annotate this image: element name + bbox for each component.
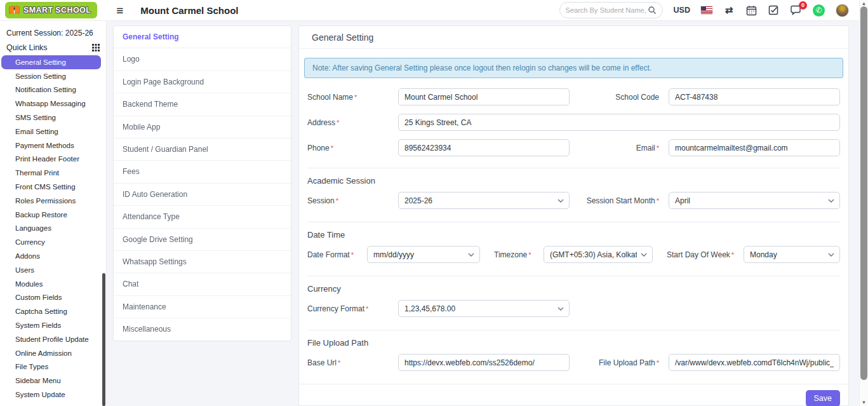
sidebar-item-student-profile-update[interactable]: Student Profile Update — [0, 332, 106, 346]
settings-menu-item-miscellaneous[interactable]: Miscellaneous — [114, 318, 291, 341]
app-logo[interactable]: SMART SCHOOL — [5, 2, 97, 18]
book-icon — [8, 5, 20, 15]
sidebar-item-thermal-print[interactable]: Thermal Print — [0, 166, 106, 180]
phone-label: Phone* — [307, 144, 398, 152]
sidebar-item-general-setting[interactable]: General Setting — [1, 55, 101, 69]
settings-menu-item-mobile-app[interactable]: Mobile App — [114, 116, 291, 139]
sidebar-item-online-admission[interactable]: Online Admission — [0, 346, 106, 360]
sidebar-item-front-cms-setting[interactable]: Front CMS Setting — [0, 180, 106, 194]
sidebar-item-system-fields[interactable]: System Fields — [0, 318, 106, 332]
search-input[interactable] — [566, 6, 648, 14]
currency-format-label: Currency Format* — [307, 304, 398, 313]
sidebar-item-languages[interactable]: Languages — [0, 222, 106, 236]
sidebar-item-file-types[interactable]: File Types — [0, 360, 106, 374]
required-marker: * — [338, 359, 340, 367]
session-start-month-label: Session Start Month* — [570, 196, 669, 205]
settings-menu-item-chat[interactable]: Chat — [114, 273, 291, 295]
window-scrollbar-thumb[interactable] — [860, 6, 867, 380]
current-session-label: Current Session: 2025-26 — [0, 26, 106, 40]
sidebar-item-users[interactable]: Users — [0, 263, 106, 277]
school-code-label: School Code — [570, 93, 669, 102]
sidebar-item-currency[interactable]: Currency — [0, 235, 106, 249]
whatsapp-icon[interactable]: ✆ — [813, 4, 825, 17]
phone-input[interactable] — [398, 139, 570, 156]
scroll-up-icon[interactable]: ▲ — [860, 1, 868, 6]
sidebar-item-payment-methods[interactable]: Payment Methods — [0, 139, 106, 152]
settings-menu-item-maintenance[interactable]: Maintenance — [114, 296, 291, 318]
chevron-down-icon — [468, 253, 474, 257]
file-upload-path-input[interactable] — [669, 354, 840, 371]
sidebar-item-whatsapp-messaging[interactable]: Whatsapp Messaging — [0, 97, 106, 111]
sidebar-item-addons[interactable]: Addons — [0, 249, 106, 263]
sidebar-item-print-header-footer[interactable]: Print Header Footer — [0, 152, 106, 166]
sidebar-item-custom-fields[interactable]: Custom Fields — [0, 291, 106, 305]
currency-title: Currency — [307, 284, 840, 294]
required-marker: * — [354, 93, 357, 101]
sidebar-scrollbar-thumb[interactable] — [102, 273, 105, 406]
task-check-icon[interactable] — [768, 4, 779, 16]
sidebar-item-email-setting[interactable]: Email Setting — [0, 125, 106, 139]
settings-menu-item-id-auto-generation[interactable]: ID Auto Generation — [114, 184, 291, 206]
chat-icon[interactable]: 0 — [790, 5, 802, 16]
address-label: Address* — [307, 118, 398, 127]
search-icon[interactable] — [648, 6, 657, 15]
settings-menu-item-student-guardian-panel[interactable]: Student / Guardian Panel — [114, 139, 291, 161]
sidebar-item-backup-restore[interactable]: Backup Restore — [0, 208, 106, 222]
school-name-label: School Name* — [307, 93, 398, 102]
currency-format-select[interactable]: 1,23,45,678.00 — [398, 300, 570, 317]
sidebar-item-roles-permissions[interactable]: Roles Permissions — [0, 194, 106, 208]
chevron-down-icon — [558, 199, 564, 203]
date-format-select[interactable]: mm/dd/yyyy — [367, 246, 480, 263]
window-scrollbar[interactable]: ▲ ▼ — [859, 0, 868, 406]
settings-menu-item-google-drive-setting[interactable]: Google Drive Setting — [114, 229, 291, 251]
sidebar-item-session-setting[interactable]: Session Setting — [0, 69, 106, 83]
scroll-down-icon[interactable]: ▼ — [860, 400, 868, 405]
base-url-input[interactable] — [398, 354, 570, 371]
start-day-of-week-label: Start Day Of Week* — [667, 250, 744, 259]
menu-toggle-icon[interactable]: ≡ — [116, 4, 123, 17]
settings-menu-item-login-page-background[interactable]: Login Page Background — [114, 71, 291, 93]
required-marker: * — [731, 251, 734, 259]
start-day-of-week-select[interactable]: Monday — [744, 246, 840, 263]
general-setting-panel: General Setting Note: After saving Gener… — [298, 25, 849, 406]
header-actions: USD ⇄ 0 ✆ — [559, 2, 868, 18]
language-flag-icon[interactable] — [701, 6, 712, 14]
session-start-month-select[interactable]: April — [669, 192, 840, 209]
school-name-input[interactable] — [398, 88, 570, 105]
settings-menu-item-general-setting[interactable]: General Setting — [114, 26, 291, 48]
sidebar-nav: General Setting Session Setting Notifica… — [0, 55, 106, 402]
sidebar-item-notification-setting[interactable]: Notification Setting — [0, 83, 106, 97]
required-marker: * — [337, 119, 339, 126]
sidebar-item-system-update[interactable]: System Update — [0, 388, 106, 402]
sidebar-item-sms-setting[interactable]: SMS Setting — [0, 111, 106, 125]
base-url-label: Base Url* — [307, 358, 398, 367]
address-input[interactable] — [398, 114, 840, 131]
session-select[interactable]: 2025-26 — [398, 192, 570, 209]
student-search[interactable] — [559, 2, 663, 18]
required-marker: * — [528, 251, 531, 259]
settings-menu-item-whatsapp-settings[interactable]: Whatsapp Settings — [114, 251, 291, 273]
email-label: Email* — [570, 144, 669, 152]
grid-icon[interactable] — [92, 44, 100, 51]
chevron-down-icon — [558, 307, 564, 311]
file-upload-title: File Upload Path — [307, 338, 840, 348]
session-switch-icon[interactable]: ⇄ — [723, 4, 735, 16]
timezone-select[interactable]: (GMT+05:30) Asia, Kolkata — [544, 246, 653, 263]
file-upload-section: File Upload Path Base Url* File Upload P… — [307, 330, 840, 371]
calendar-icon[interactable] — [745, 4, 757, 16]
settings-menu-item-logo[interactable]: Logo — [114, 48, 291, 71]
school-code-input[interactable] — [669, 88, 840, 105]
sidebar-item-modules[interactable]: Modules — [0, 277, 106, 291]
required-marker: * — [657, 144, 659, 152]
sidebar-item-sidebar-menu[interactable]: Sidebar Menu — [0, 374, 106, 388]
settings-menu-item-backend-theme[interactable]: Backend Theme — [114, 93, 291, 116]
user-avatar[interactable] — [836, 4, 849, 17]
settings-menu-item-fees[interactable]: Fees — [114, 161, 291, 183]
currency-code[interactable]: USD — [674, 6, 690, 15]
save-button[interactable]: Save — [806, 390, 841, 406]
required-marker: * — [366, 305, 368, 313]
sidebar-item-captcha-setting[interactable]: Captcha Setting — [0, 304, 106, 318]
chevron-down-icon — [828, 253, 834, 257]
email-input[interactable] — [669, 139, 840, 156]
settings-menu-item-attendance-type[interactable]: Attendance Type — [114, 206, 291, 228]
